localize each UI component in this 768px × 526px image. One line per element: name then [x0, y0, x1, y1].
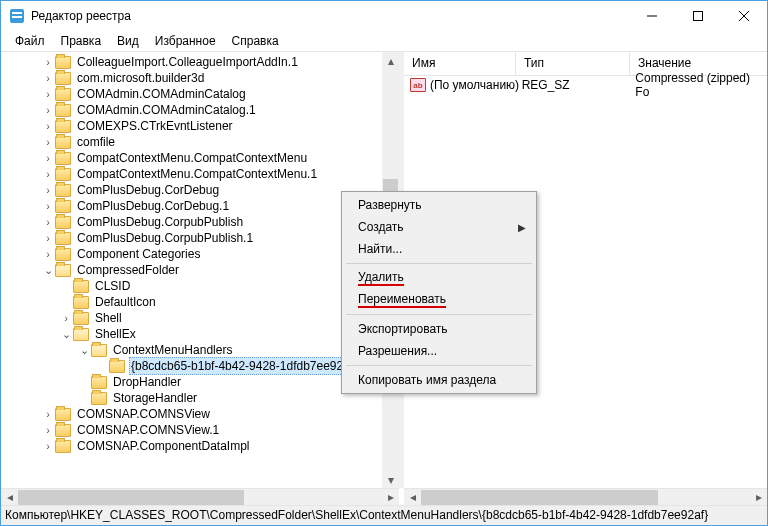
tree-item[interactable]: ›COMAdmin.COMAdminCatalog: [5, 86, 399, 102]
expand-closed-icon[interactable]: ›: [41, 86, 55, 102]
menu-file[interactable]: Файл: [7, 32, 53, 50]
expand-closed-icon[interactable]: ›: [41, 198, 55, 214]
expand-open-icon[interactable]: ⌄: [41, 262, 55, 278]
col-type[interactable]: Тип: [516, 52, 630, 75]
expand-closed-icon[interactable]: ›: [41, 70, 55, 86]
menu-view[interactable]: Вид: [109, 32, 147, 50]
close-button[interactable]: [721, 1, 767, 31]
folder-icon: [91, 392, 107, 405]
folder-icon: [91, 376, 107, 389]
hscroll-left-icon[interactable]: ◂: [404, 489, 421, 506]
svg-rect-1: [12, 12, 22, 14]
expand-closed-icon[interactable]: ›: [41, 214, 55, 230]
tree-item[interactable]: ›COMSNAP.ComponentDataImpl: [5, 438, 399, 454]
expand-closed-icon[interactable]: ›: [41, 54, 55, 70]
tree-item[interactable]: ›CompatContextMenu.CompatContextMenu: [5, 150, 399, 166]
tree-item[interactable]: DefaultIcon: [5, 294, 399, 310]
tree-item[interactable]: DropHandler: [5, 374, 399, 390]
tree-item[interactable]: ⌄ContextMenuHandlers: [5, 342, 399, 358]
folder-icon: [55, 216, 71, 229]
expand-closed-icon[interactable]: ›: [41, 102, 55, 118]
registry-tree[interactable]: ›ColleagueImport.ColleagueImportAddIn.1›…: [1, 52, 399, 488]
expand-closed-icon[interactable]: ›: [41, 422, 55, 438]
expand-closed-icon[interactable]: ›: [41, 150, 55, 166]
tree-item[interactable]: StorageHandler: [5, 390, 399, 406]
tree-item-label: StorageHandler: [111, 390, 199, 406]
tree-item[interactable]: ›COMAdmin.COMAdminCatalog.1: [5, 102, 399, 118]
hscroll-right-icon[interactable]: ▸: [382, 489, 399, 506]
context-menu: РазвернутьСоздать▶Найти...УдалитьПереиме…: [341, 191, 537, 394]
tree-item-label: CompressedFolder: [75, 262, 181, 278]
tree-item[interactable]: ›ComPlusDebug.CorpubPublish: [5, 214, 399, 230]
statusbar: Компьютер\HKEY_CLASSES_ROOT\CompressedFo…: [1, 505, 767, 525]
context-menu-item[interactable]: Найти...: [344, 238, 534, 260]
scroll-down-icon[interactable]: ▾: [382, 471, 399, 488]
tree-item-label: com.microsoft.builder3d: [75, 70, 206, 86]
tree-item-label: ComPlusDebug.CorDebug: [75, 182, 221, 198]
menu-help[interactable]: Справка: [224, 32, 287, 50]
col-name[interactable]: Имя: [404, 52, 516, 75]
tree-item[interactable]: ›ComPlusDebug.CorDebug: [5, 182, 399, 198]
tree-item-label: {b8cdcb65-b1bf-4b42-9428-1dfdb7ee92af}: [129, 357, 359, 375]
tree-item[interactable]: ⌄ShellEx: [5, 326, 399, 342]
hscroll-thumb-left[interactable]: [18, 490, 244, 505]
context-menu-item[interactable]: Переименовать: [344, 289, 534, 311]
maximize-button[interactable]: [675, 1, 721, 31]
context-menu-item[interactable]: Копировать имя раздела: [344, 369, 534, 391]
expand-open-icon[interactable]: ⌄: [59, 326, 73, 342]
tree-item-label: COMAdmin.COMAdminCatalog.1: [75, 102, 258, 118]
tree-item-label: COMSNAP.COMNSView: [75, 406, 212, 422]
value-row[interactable]: ab(По умолчанию)REG_SZCompressed (zipped…: [404, 76, 767, 94]
hscroll-thumb-right[interactable]: [421, 490, 658, 505]
tree-item[interactable]: ›CompatContextMenu.CompatContextMenu.1: [5, 166, 399, 182]
menu-edit[interactable]: Правка: [53, 32, 110, 50]
tree-item[interactable]: ›Component Categories: [5, 246, 399, 262]
expand-closed-icon[interactable]: ›: [41, 118, 55, 134]
tree-item[interactable]: ›COMSNAP.COMNSView: [5, 406, 399, 422]
value-type: REG_SZ: [522, 78, 636, 92]
tree-item-label: ComPlusDebug.CorDebug.1: [75, 198, 231, 214]
hscroll-left-icon[interactable]: ◂: [1, 489, 18, 506]
tree-item[interactable]: ›Shell: [5, 310, 399, 326]
tree-item[interactable]: CLSID: [5, 278, 399, 294]
expand-closed-icon[interactable]: ›: [41, 438, 55, 454]
minimize-button[interactable]: [629, 1, 675, 31]
tree-item-label: COMAdmin.COMAdminCatalog: [75, 86, 248, 102]
menu-separator: [346, 263, 532, 264]
folder-icon: [55, 440, 71, 453]
tree-item-label: comfile: [75, 134, 117, 150]
titlebar[interactable]: Редактор реестра: [1, 1, 767, 31]
context-menu-item[interactable]: Разрешения...: [344, 340, 534, 362]
expand-closed-icon[interactable]: ›: [59, 310, 73, 326]
scroll-up-icon[interactable]: ▴: [382, 52, 399, 69]
context-menu-item[interactable]: Удалить: [344, 267, 534, 289]
tree-item[interactable]: ⌄CompressedFolder: [5, 262, 399, 278]
context-menu-item[interactable]: Развернуть: [344, 194, 534, 216]
expand-closed-icon[interactable]: ›: [41, 182, 55, 198]
tree-item[interactable]: ›comfile: [5, 134, 399, 150]
expand-closed-icon[interactable]: ›: [41, 166, 55, 182]
folder-icon: [55, 120, 71, 133]
tree-item-label: COMSNAP.COMNSView.1: [75, 422, 221, 438]
folder-icon: [55, 424, 71, 437]
context-menu-item[interactable]: Экспортировать: [344, 318, 534, 340]
tree-item-label: ComPlusDebug.CorpubPublish.1: [75, 230, 255, 246]
expand-open-icon[interactable]: ⌄: [77, 342, 91, 358]
expand-closed-icon[interactable]: ›: [41, 134, 55, 150]
expand-closed-icon[interactable]: ›: [41, 230, 55, 246]
tree-item[interactable]: ›ColleagueImport.ColleagueImportAddIn.1: [5, 54, 399, 70]
tree-item[interactable]: ›ComPlusDebug.CorDebug.1: [5, 198, 399, 214]
expand-closed-icon[interactable]: ›: [41, 246, 55, 262]
expand-closed-icon[interactable]: ›: [41, 406, 55, 422]
menu-favorites[interactable]: Избранное: [147, 32, 224, 50]
tree-item[interactable]: ›COMEXPS.CTrkEvntListener: [5, 118, 399, 134]
tree-item-label: CompatContextMenu.CompatContextMenu: [75, 150, 309, 166]
hscroll-right-icon[interactable]: ▸: [750, 489, 767, 506]
tree-item[interactable]: ›com.microsoft.builder3d: [5, 70, 399, 86]
folder-icon: [55, 248, 71, 261]
tree-item-label: CLSID: [93, 278, 132, 294]
context-menu-item[interactable]: Создать▶: [344, 216, 534, 238]
tree-item[interactable]: {b8cdcb65-b1bf-4b42-9428-1dfdb7ee92af}: [5, 358, 399, 374]
tree-item[interactable]: ›ComPlusDebug.CorpubPublish.1: [5, 230, 399, 246]
tree-item[interactable]: ›COMSNAP.COMNSView.1: [5, 422, 399, 438]
